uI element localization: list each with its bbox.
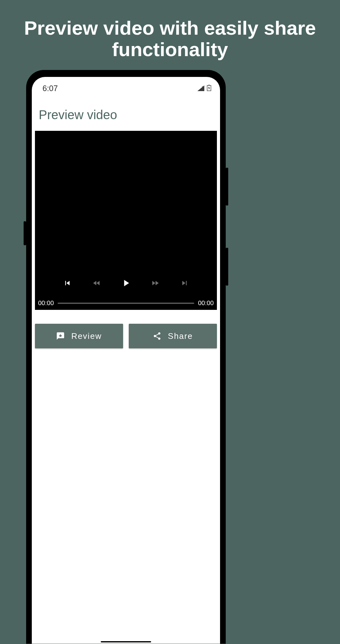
battery-icon xyxy=(207,84,211,93)
status-bar: 6:07 x xyxy=(32,77,220,95)
status-icons: x xyxy=(197,84,211,93)
skip-previous-button[interactable] xyxy=(62,278,73,288)
share-button[interactable]: Share xyxy=(129,324,217,348)
share-icon xyxy=(153,332,162,340)
phone-frame: 6:07 x Preview video xyxy=(26,70,226,644)
phone-side-button xyxy=(226,168,228,206)
action-row: Review Share xyxy=(32,310,220,348)
current-time: 00:00 xyxy=(38,299,54,307)
svg-rect-3 xyxy=(208,85,210,85)
page-title: Preview video xyxy=(32,95,220,131)
progress-row: 00:00 00:00 xyxy=(38,299,214,307)
phone-screen: 6:07 x Preview video xyxy=(32,77,220,644)
svg-text:x: x xyxy=(202,85,203,88)
review-label: Review xyxy=(71,331,102,341)
player-controls xyxy=(35,278,217,288)
skip-next-button[interactable] xyxy=(179,278,190,288)
status-time: 6:07 xyxy=(42,84,58,93)
review-button[interactable]: Review xyxy=(35,324,123,348)
video-player[interactable]: 00:00 00:00 xyxy=(35,131,217,310)
phone-side-button xyxy=(226,248,228,286)
fast-forward-button[interactable] xyxy=(150,278,161,288)
review-icon xyxy=(56,332,65,340)
progress-bar[interactable] xyxy=(58,303,194,304)
svg-marker-4 xyxy=(208,86,210,90)
rewind-button[interactable] xyxy=(91,278,102,288)
phone-side-button xyxy=(24,221,26,245)
home-indicator[interactable] xyxy=(101,641,151,642)
play-button[interactable] xyxy=(121,278,131,288)
duration-time: 00:00 xyxy=(198,299,214,307)
svg-marker-0 xyxy=(197,85,204,91)
promo-title: Preview video with easily share function… xyxy=(0,0,340,70)
share-label: Share xyxy=(168,331,193,341)
signal-icon: x xyxy=(197,84,204,93)
